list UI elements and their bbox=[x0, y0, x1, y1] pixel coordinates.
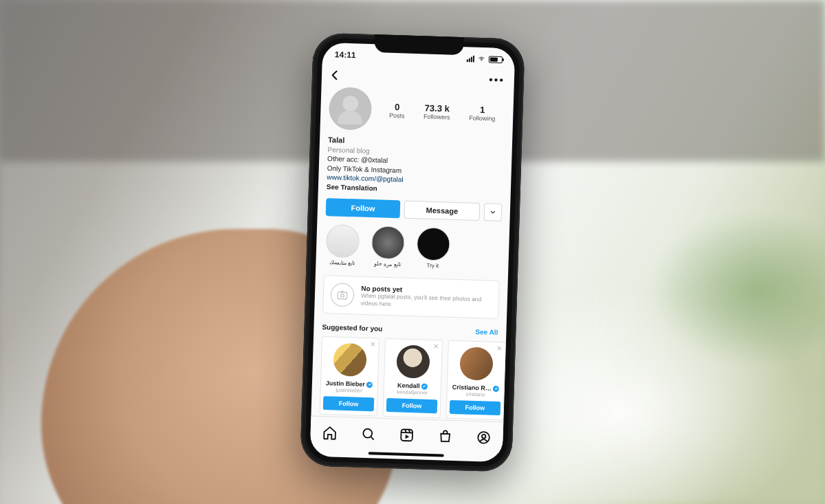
stat-followers[interactable]: 73.3 k Followers bbox=[424, 102, 450, 120]
suggestion-name: Justin Bieber bbox=[326, 380, 373, 388]
suggestion-follow-button[interactable]: Follow bbox=[386, 398, 438, 413]
message-button[interactable]: Message bbox=[404, 200, 481, 220]
tab-shop[interactable] bbox=[437, 428, 453, 443]
stat-followers-label: Followers bbox=[424, 112, 450, 120]
dismiss-suggestion[interactable]: ✕ bbox=[370, 340, 375, 348]
suggested-row[interactable]: ✕ Justin Bieber justinbieber Follow ✕ Ke… bbox=[320, 336, 498, 420]
svg-point-2 bbox=[340, 294, 344, 297]
camera-icon bbox=[330, 283, 354, 307]
tab-profile[interactable] bbox=[476, 429, 492, 445]
action-buttons: Follow Message bbox=[326, 198, 503, 221]
verified-icon bbox=[421, 383, 427, 389]
verified-icon bbox=[493, 385, 499, 391]
app-screen: 14:11 ••• 0 Posts bbox=[310, 42, 516, 461]
dismiss-suggestion[interactable]: ✕ bbox=[433, 342, 439, 350]
status-time: 14:11 bbox=[335, 50, 356, 60]
tab-bar bbox=[310, 415, 503, 453]
svg-point-11 bbox=[482, 434, 486, 438]
profile-avatar[interactable] bbox=[329, 87, 373, 131]
svg-rect-5 bbox=[401, 428, 412, 440]
back-button[interactable] bbox=[327, 67, 343, 83]
stat-following-label: Following bbox=[469, 113, 495, 121]
suggestion-card[interactable]: ✕ Kendall kendalljenner Follow bbox=[382, 338, 443, 419]
profile-bio: Talal Personal blog Other acc: @0xtalal … bbox=[327, 135, 504, 197]
no-posts-card: No posts yet When pgtalal posts, you'll … bbox=[322, 275, 500, 319]
see-all-link[interactable]: See All bbox=[475, 328, 498, 336]
stat-posts-label: Posts bbox=[389, 111, 405, 119]
phone-notch bbox=[374, 34, 464, 55]
suggestion-handle: kendalljenner bbox=[386, 388, 437, 396]
stat-following-value: 1 bbox=[469, 103, 495, 114]
tab-home[interactable] bbox=[322, 424, 338, 440]
battery-icon bbox=[489, 56, 503, 63]
story-highlights: تابع متابعينك تابع مرة حلو Try it bbox=[324, 224, 501, 271]
stat-following[interactable]: 1 Following bbox=[469, 103, 496, 121]
phone-frame: 14:11 ••• 0 Posts bbox=[300, 32, 525, 472]
highlight[interactable]: تابع متابعينك bbox=[324, 224, 361, 267]
highlight[interactable]: تابع مرة حلو bbox=[369, 226, 406, 268]
suggestion-follow-button[interactable]: Follow bbox=[323, 396, 375, 411]
suggestion-follow-button[interactable]: Follow bbox=[450, 400, 501, 415]
suggested-header: Suggested for you See All bbox=[322, 323, 498, 336]
svg-line-6 bbox=[402, 432, 412, 432]
cellular-icon bbox=[467, 55, 474, 62]
suggestion-card[interactable]: ✕ Cristiano R… cristiano Follow bbox=[446, 340, 506, 421]
svg-point-0 bbox=[481, 60, 482, 61]
status-icons bbox=[467, 55, 503, 63]
suggestion-avatar bbox=[459, 347, 493, 380]
svg-line-4 bbox=[371, 436, 374, 439]
verified-icon bbox=[366, 381, 373, 387]
profile-row: 0 Posts 73.3 k Followers 1 Following bbox=[329, 87, 506, 135]
svg-marker-9 bbox=[406, 434, 410, 439]
tab-reels[interactable] bbox=[399, 427, 415, 443]
chevron-down-icon bbox=[490, 208, 496, 215]
suggestion-avatar bbox=[333, 342, 366, 376]
suggestion-avatar bbox=[396, 344, 430, 378]
profile-stats: 0 Posts 73.3 k Followers 1 Following bbox=[380, 100, 505, 122]
profile-content: 0 Posts 73.3 k Followers 1 Following Tal… bbox=[311, 86, 514, 421]
suggestion-card[interactable]: ✕ Justin Bieber justinbieber Follow bbox=[320, 336, 380, 417]
stat-followers-value: 73.3 k bbox=[424, 102, 450, 113]
suggestion-name: Cristiano R… bbox=[452, 384, 499, 392]
follow-button[interactable]: Follow bbox=[326, 198, 401, 218]
tab-search[interactable] bbox=[360, 426, 376, 441]
svg-point-3 bbox=[363, 428, 372, 437]
home-indicator[interactable] bbox=[368, 452, 444, 457]
more-button[interactable]: ••• bbox=[489, 74, 509, 87]
highlight[interactable]: Try it bbox=[415, 227, 452, 270]
stat-posts[interactable]: 0 Posts bbox=[389, 101, 405, 119]
wifi-icon bbox=[477, 55, 486, 62]
suggestions-toggle[interactable] bbox=[483, 203, 502, 221]
chevron-left-icon bbox=[328, 68, 342, 83]
suggested-heading: Suggested for you bbox=[322, 323, 382, 333]
suggestion-name: Kendall bbox=[397, 382, 428, 389]
stat-posts-value: 0 bbox=[389, 101, 405, 112]
dismiss-suggestion[interactable]: ✕ bbox=[496, 344, 501, 352]
